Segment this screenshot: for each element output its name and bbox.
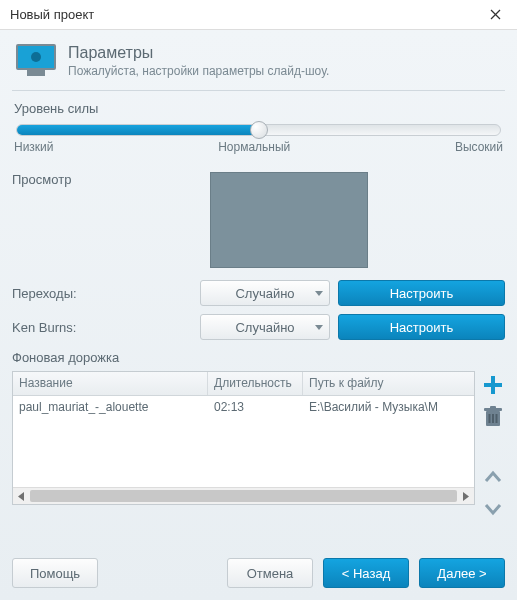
- kenburns-value: Случайно: [235, 320, 294, 335]
- table-header: Название Длительность Путь к файлу: [13, 372, 474, 396]
- svg-marker-2: [18, 492, 24, 501]
- strength-slider[interactable]: [16, 124, 501, 136]
- page-header: Параметры Пожалуйста, настройки параметр…: [12, 40, 505, 91]
- cell-duration: 02:13: [208, 396, 303, 420]
- kenburns-row: Ken Burns: Случайно Настроить: [12, 314, 505, 340]
- chevron-down-icon: [484, 502, 502, 516]
- svg-rect-9: [489, 414, 491, 423]
- col-path[interactable]: Путь к файлу: [303, 372, 474, 395]
- track-section-label: Фоновая дорожка: [12, 350, 505, 365]
- scroll-right-icon[interactable]: [457, 488, 474, 504]
- window-title: Новый проект: [10, 7, 94, 22]
- preview-row: Просмотр: [12, 172, 505, 268]
- strength-section: Уровень силы Низкий Нормальный Высокий: [14, 101, 503, 154]
- preview-label: Просмотр: [12, 172, 92, 187]
- slider-mid-label: Нормальный: [218, 140, 290, 154]
- horizontal-scrollbar[interactable]: [13, 487, 474, 504]
- transitions-label: Переходы:: [12, 286, 192, 301]
- svg-rect-11: [496, 414, 498, 423]
- monitor-icon: [16, 44, 56, 78]
- transitions-configure-button[interactable]: Настроить: [338, 280, 505, 306]
- table-row[interactable]: paul_mauriat_-_alouette 02:13 E:\Василий…: [13, 396, 474, 420]
- slider-high-label: Высокий: [455, 140, 503, 154]
- col-duration[interactable]: Длительность: [208, 372, 303, 395]
- kenburns-label: Ken Burns:: [12, 320, 192, 335]
- slider-low-label: Низкий: [14, 140, 54, 154]
- svg-rect-10: [492, 414, 494, 423]
- delete-track-button[interactable]: [481, 405, 505, 429]
- scroll-left-icon[interactable]: [13, 488, 30, 504]
- page-subtitle: Пожалуйста, настройки параметры слайд-шо…: [68, 64, 329, 78]
- chevron-down-icon: [315, 291, 323, 296]
- cancel-button[interactable]: Отмена: [227, 558, 313, 588]
- help-button[interactable]: Помощь: [12, 558, 98, 588]
- svg-rect-5: [484, 383, 502, 387]
- page-title: Параметры: [68, 44, 329, 62]
- kenburns-configure-button[interactable]: Настроить: [338, 314, 505, 340]
- header-text: Параметры Пожалуйста, настройки параметр…: [68, 44, 329, 78]
- kenburns-combo[interactable]: Случайно: [200, 314, 330, 340]
- strength-label: Уровень силы: [14, 101, 503, 116]
- close-button[interactable]: [481, 4, 509, 26]
- next-button[interactable]: Далее >: [419, 558, 505, 588]
- svg-rect-8: [490, 406, 496, 409]
- transitions-value: Случайно: [235, 286, 294, 301]
- slider-ticks: Низкий Нормальный Высокий: [14, 140, 503, 154]
- content-area: Параметры Пожалуйста, настройки параметр…: [0, 30, 517, 600]
- footer: Помощь Отмена < Назад Далее >: [12, 558, 505, 588]
- titlebar: Новый проект: [0, 0, 517, 30]
- move-down-button[interactable]: [481, 497, 505, 521]
- trash-icon: [483, 406, 503, 428]
- slider-fill: [17, 125, 259, 135]
- transitions-combo[interactable]: Случайно: [200, 280, 330, 306]
- move-up-button[interactable]: [481, 465, 505, 489]
- close-icon: [490, 9, 501, 20]
- slider-thumb[interactable]: [250, 121, 268, 139]
- preview-box: [210, 172, 368, 268]
- chevron-down-icon: [315, 325, 323, 330]
- add-track-button[interactable]: [481, 373, 505, 397]
- back-button[interactable]: < Назад: [323, 558, 409, 588]
- track-area: Название Длительность Путь к файлу paul_…: [12, 371, 505, 521]
- scroll-thumb[interactable]: [30, 490, 457, 502]
- track-side-toolbar: [481, 371, 505, 521]
- transitions-row: Переходы: Случайно Настроить: [12, 280, 505, 306]
- track-table: Название Длительность Путь к файлу paul_…: [12, 371, 475, 505]
- chevron-up-icon: [484, 470, 502, 484]
- svg-marker-3: [463, 492, 469, 501]
- col-name[interactable]: Название: [13, 372, 208, 395]
- cell-name: paul_mauriat_-_alouette: [13, 396, 208, 420]
- plus-icon: [482, 374, 504, 396]
- cell-path: E:\Василий - Музыка\M: [303, 396, 474, 420]
